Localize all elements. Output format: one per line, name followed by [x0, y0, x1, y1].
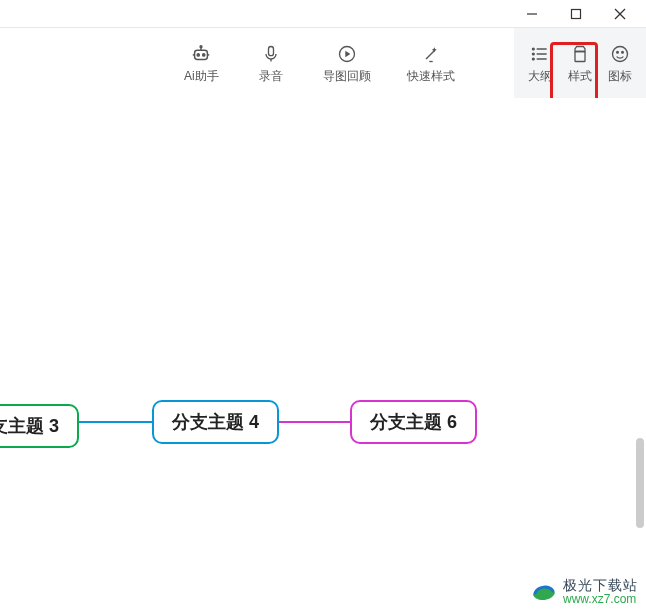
maximize-button[interactable]: [554, 0, 598, 28]
watermark-logo-icon: [529, 577, 559, 607]
tool-label: 录音: [259, 68, 283, 85]
mindmap-node[interactable]: 分支主题 4: [152, 400, 279, 444]
ai-assistant-button[interactable]: Ai助手: [180, 38, 223, 89]
svg-rect-11: [268, 46, 273, 55]
toolbar-left-group: Ai助手 录音 导图回顾: [0, 38, 459, 89]
tool-label: 图标: [608, 68, 632, 85]
watermark: 极光下载站 www.xz7.com: [529, 577, 638, 607]
mic-icon: [261, 42, 281, 66]
svg-point-5: [197, 53, 199, 55]
svg-point-21: [533, 58, 535, 60]
svg-point-8: [200, 45, 202, 47]
watermark-title: 极光下载站: [563, 578, 638, 593]
svg-line-15: [426, 50, 434, 58]
outline-icon: [530, 42, 550, 66]
emoji-icon: [610, 42, 630, 66]
node-label: 分支主题 6: [370, 412, 457, 432]
svg-point-25: [622, 51, 624, 53]
tool-label: 导图回顾: [323, 68, 371, 85]
icon-panel-button[interactable]: 图标: [600, 38, 640, 89]
main-toolbar: Ai助手 录音 导图回顾: [0, 28, 646, 98]
tool-label: 快速样式: [407, 68, 455, 85]
svg-point-6: [203, 53, 205, 55]
wand-icon: [421, 42, 441, 66]
svg-marker-14: [345, 50, 350, 57]
tool-label: 样式: [568, 68, 592, 85]
svg-point-23: [613, 46, 628, 61]
mindmap-canvas[interactable]: 支主题 3 分支主题 4 分支主题 6: [0, 98, 646, 613]
robot-icon: [190, 42, 212, 66]
outline-panel-button[interactable]: 大纲: [520, 38, 560, 89]
record-button[interactable]: 录音: [251, 38, 291, 89]
svg-point-20: [533, 53, 535, 55]
watermark-text: 极光下载站 www.xz7.com: [563, 578, 638, 607]
node-label: 支主题 3: [0, 416, 59, 436]
style-icon: [570, 42, 590, 66]
tool-label: Ai助手: [184, 68, 219, 85]
close-button[interactable]: [598, 0, 642, 28]
scrollbar-thumb[interactable]: [636, 438, 644, 528]
toolbar-right-group: 大纲 样式 图标: [514, 28, 646, 98]
svg-rect-22: [575, 51, 585, 61]
svg-point-19: [533, 48, 535, 50]
style-panel-button[interactable]: 样式: [560, 38, 600, 89]
svg-point-24: [617, 51, 619, 53]
vertical-scrollbar[interactable]: [632, 98, 646, 553]
minimize-button[interactable]: [510, 0, 554, 28]
mindmap-node[interactable]: 支主题 3: [0, 404, 79, 448]
watermark-url: www.xz7.com: [563, 593, 638, 606]
play-icon: [337, 42, 357, 66]
svg-rect-1: [572, 9, 581, 18]
quick-style-button[interactable]: 快速样式: [403, 38, 459, 89]
window-titlebar: [0, 0, 646, 28]
node-label: 分支主题 4: [172, 412, 259, 432]
mindmap-node[interactable]: 分支主题 6: [350, 400, 477, 444]
node-connectors: [0, 98, 646, 613]
map-review-button[interactable]: 导图回顾: [319, 38, 375, 89]
tool-label: 大纲: [528, 68, 552, 85]
